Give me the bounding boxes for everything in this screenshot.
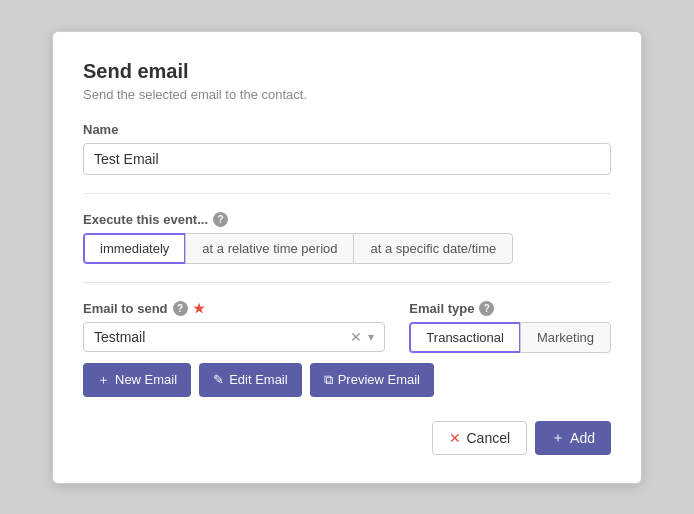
clear-email-icon[interactable]: ✕: [350, 330, 362, 344]
name-label: Name: [83, 122, 611, 137]
email-type-marketing[interactable]: Marketing: [520, 322, 611, 353]
execute-option-specific[interactable]: at a specific date/time: [353, 233, 513, 264]
email-type-help-icon[interactable]: ?: [479, 301, 494, 316]
edit-email-button[interactable]: ✎ Edit Email: [199, 363, 302, 397]
email-to-send-value: Testmail: [94, 329, 344, 345]
divider-2: [83, 282, 611, 283]
cancel-button[interactable]: ✕ Cancel: [432, 421, 527, 455]
divider-1: [83, 193, 611, 194]
preview-email-button[interactable]: ⧉ Preview Email: [310, 363, 434, 397]
required-indicator: ★: [193, 301, 205, 316]
execute-label: Execute this event... ?: [83, 212, 611, 227]
email-to-send-label: Email to send ? ★: [83, 301, 385, 316]
email-type-group: Transactional Marketing: [409, 322, 611, 353]
email-type-transactional[interactable]: Transactional: [409, 322, 520, 353]
add-icon: ＋: [551, 429, 565, 447]
modal-subtitle: Send the selected email to the contact.: [83, 87, 611, 102]
execute-help-icon[interactable]: ?: [213, 212, 228, 227]
footer-buttons-row: ✕ Cancel ＋ Add: [83, 421, 611, 455]
email-to-send-select[interactable]: Testmail ✕ ▾: [83, 322, 385, 352]
email-fields-row: Email to send ? ★ Testmail ✕ ▾ Email typ…: [83, 301, 611, 353]
email-to-send-help-icon[interactable]: ?: [173, 301, 188, 316]
execute-option-immediately[interactable]: immediately: [83, 233, 185, 264]
chevron-down-icon[interactable]: ▾: [368, 330, 374, 344]
new-email-button[interactable]: ＋ New Email: [83, 363, 191, 397]
cancel-icon: ✕: [449, 430, 461, 446]
email-to-send-col: Email to send ? ★ Testmail ✕ ▾: [83, 301, 385, 352]
add-button[interactable]: ＋ Add: [535, 421, 611, 455]
external-link-icon: ⧉: [324, 372, 333, 388]
email-type-col: Email type ? Transactional Marketing: [409, 301, 611, 353]
edit-icon: ✎: [213, 372, 224, 387]
modal-title: Send email: [83, 60, 611, 83]
name-input[interactable]: [83, 143, 611, 175]
send-email-modal: Send email Send the selected email to th…: [52, 31, 642, 484]
action-buttons-row: ＋ New Email ✎ Edit Email ⧉ Preview Email: [83, 363, 611, 397]
execute-option-relative[interactable]: at a relative time period: [185, 233, 353, 264]
plus-icon: ＋: [97, 371, 110, 389]
execute-options-group: immediately at a relative time period at…: [83, 233, 611, 264]
email-type-label: Email type ?: [409, 301, 611, 316]
